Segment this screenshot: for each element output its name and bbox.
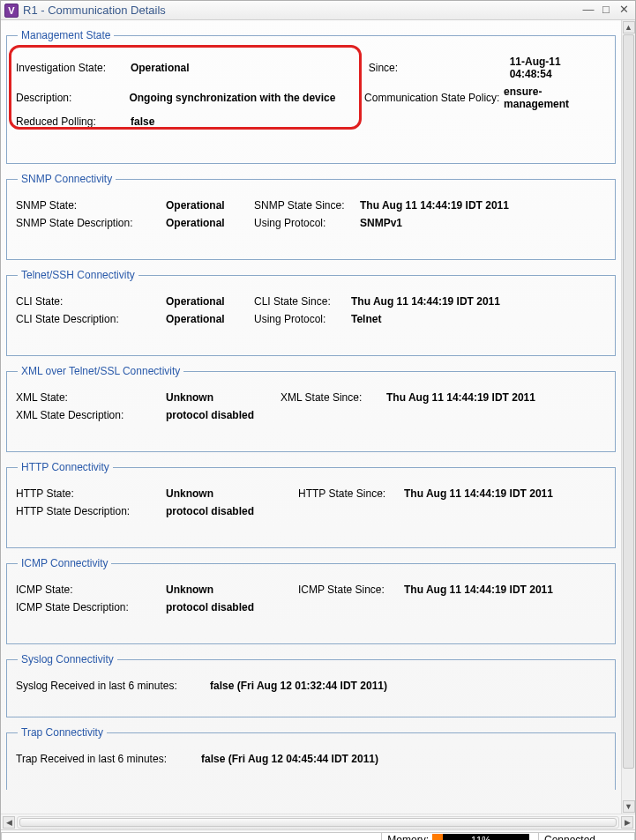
policy-value: ensure-management — [504, 85, 606, 110]
group-legend: Management State — [18, 29, 114, 41]
icmp-since-label: ICMP State Since: — [298, 584, 404, 596]
connection-status: Connected — [538, 832, 635, 841]
reduced-polling-value: false — [131, 115, 154, 128]
icmp-state-value: Unknown — [166, 584, 298, 596]
memory-label: Memory: — [387, 834, 429, 841]
xml-state-value: Unknown — [166, 391, 281, 404]
cli-state-label: CLI State: — [16, 295, 166, 308]
status-bar: Memory: 11% Connected — [1, 829, 635, 840]
group-legend: ICMP Connectivity — [18, 557, 111, 569]
vertical-scroll-thumb[interactable] — [623, 34, 634, 769]
snmp-proto-label: Using Protocol: — [254, 217, 360, 229]
snmp-desc-label: SNMP State Description: — [16, 217, 166, 229]
group-snmp-connectivity: SNMP Connectivity SNMP State: Operationa… — [6, 173, 616, 260]
snmp-state-value: Operational — [166, 199, 254, 212]
maximize-icon[interactable]: □ — [598, 4, 614, 17]
xml-since-value: Thu Aug 11 14:44:19 IDT 2011 — [386, 391, 535, 404]
group-legend: XML over Telnet/SSL Connectivity — [18, 365, 183, 377]
group-trap-connectivity: Trap Connectivity Trap Received in last … — [6, 726, 616, 790]
since-label: Since: — [369, 62, 510, 74]
memory-cell: Memory: 11% — [381, 832, 538, 841]
cli-proto-label: Using Protocol: — [254, 313, 351, 325]
snmp-since-value: Thu Aug 11 14:44:19 IDT 2011 — [360, 199, 509, 212]
trap-recv-label: Trap Received in last 6 minutes: — [16, 753, 201, 765]
group-management-state: Management State Investigation State: Op… — [6, 29, 616, 164]
group-legend: Trap Connectivity — [18, 726, 107, 739]
window-frame: V R1 - Communication Details — □ ✕ Manag… — [0, 0, 636, 840]
http-since-label: HTTP State Since: — [298, 487, 404, 500]
cli-proto-value: Telnet — [351, 313, 381, 325]
since-value: 11-Aug-11 04:48:54 — [510, 56, 606, 80]
snmp-desc-value: Operational — [166, 217, 254, 229]
cli-desc-label: CLI State Description: — [16, 313, 166, 325]
horizontal-scrollbar[interactable]: ◀ ▶ — [1, 814, 635, 829]
snmp-state-label: SNMP State: — [16, 199, 166, 212]
xml-since-label: XML State Since: — [281, 391, 386, 404]
group-legend: SNMP Connectivity — [18, 173, 116, 185]
trap-recv-value: false (Fri Aug 12 04:45:44 IDT 2011) — [201, 753, 378, 765]
group-syslog-connectivity: Syslog Connectivity Syslog Received in l… — [6, 653, 616, 717]
icmp-state-label: ICMP State: — [16, 584, 166, 596]
group-legend: Syslog Connectivity — [18, 653, 117, 665]
scroll-right-arrow-icon[interactable]: ▶ — [621, 816, 633, 829]
window-title: R1 - Communication Details — [23, 4, 166, 17]
memory-bar: 11% — [432, 834, 529, 841]
description-value: Ongoing synchronization with the device — [129, 92, 364, 104]
http-desc-label: HTTP State Description: — [16, 505, 166, 517]
cli-since-label: CLI State Since: — [254, 295, 351, 308]
description-label: Description: — [16, 92, 129, 104]
syslog-recv-label: Syslog Received in last 6 minutes: — [16, 680, 210, 692]
scroll-up-arrow-icon[interactable]: ▲ — [623, 21, 635, 33]
snmp-proto-value: SNMPv1 — [360, 217, 402, 229]
scroll-down-arrow-icon[interactable]: ▼ — [623, 800, 635, 813]
memory-percent: 11% — [432, 834, 529, 841]
xml-desc-value: protocol disabled — [166, 409, 254, 421]
icmp-since-value: Thu Aug 11 14:44:19 IDT 2011 — [404, 584, 553, 596]
vertical-scrollbar[interactable]: ▲ ▼ — [621, 20, 635, 814]
snmp-since-label: SNMP State Since: — [254, 199, 360, 212]
investigation-state-label: Investigation State: — [16, 62, 131, 74]
cli-desc-value: Operational — [166, 313, 254, 325]
app-icon: V — [4, 4, 19, 18]
http-desc-value: protocol disabled — [166, 505, 254, 517]
http-since-value: Thu Aug 11 14:44:19 IDT 2011 — [404, 487, 553, 500]
scroll-left-arrow-icon[interactable]: ◀ — [3, 816, 15, 829]
policy-label: Communication State Policy: — [364, 92, 504, 104]
group-xml-connectivity: XML over Telnet/SSL Connectivity XML Sta… — [6, 365, 616, 452]
group-icmp-connectivity: ICMP Connectivity ICMP State: Unknown IC… — [6, 557, 616, 644]
http-state-label: HTTP State: — [16, 487, 166, 500]
status-spacer — [1, 832, 382, 841]
http-state-value: Unknown — [166, 487, 298, 500]
xml-desc-label: XML State Description: — [16, 409, 166, 421]
xml-state-label: XML State: — [16, 391, 166, 404]
group-http-connectivity: HTTP Connectivity HTTP State: Unknown HT… — [6, 461, 616, 548]
syslog-recv-value: false (Fri Aug 12 01:32:44 IDT 2011) — [210, 680, 387, 692]
titlebar[interactable]: V R1 - Communication Details — □ ✕ — [1, 1, 635, 20]
reduced-polling-label: Reduced Polling: — [16, 115, 131, 128]
group-telnet-ssh-connectivity: Telnet/SSH Connectivity CLI State: Opera… — [6, 269, 616, 356]
investigation-state-value: Operational — [131, 62, 369, 74]
close-icon[interactable]: ✕ — [616, 4, 632, 17]
horizontal-scroll-thumb[interactable] — [19, 818, 617, 827]
group-legend: Telnet/SSH Connectivity — [18, 269, 138, 281]
icmp-desc-label: ICMP State Description: — [16, 601, 166, 613]
cli-state-value: Operational — [166, 295, 254, 308]
minimize-icon[interactable]: — — [580, 4, 596, 17]
group-legend: HTTP Connectivity — [18, 461, 113, 473]
content-area: Management State Investigation State: Op… — [1, 20, 621, 814]
icmp-desc-value: protocol disabled — [166, 601, 254, 613]
cli-since-value: Thu Aug 11 14:44:19 IDT 2011 — [351, 295, 500, 308]
